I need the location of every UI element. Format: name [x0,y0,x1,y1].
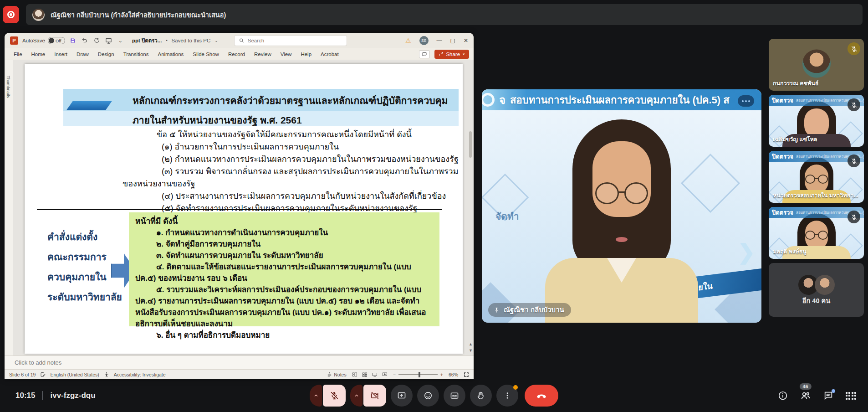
participant-tile[interactable]: อีก 40 คน [769,263,864,317]
mic-off-button[interactable] [323,385,346,407]
participants-button[interactable]: 46 [800,390,811,401]
autosave-toggle[interactable]: AutoSave Off [22,37,65,44]
mic-off-icon [330,391,339,400]
undo-icon[interactable] [81,37,89,45]
next-slide-button[interactable]: ▼ [469,348,473,353]
close-button[interactable]: ✕ [464,37,468,44]
saved-status[interactable]: Saved to this PC [172,38,211,43]
language-indicator[interactable]: English (United States) [50,372,99,377]
main-video-tile[interactable]: จัดทำ สอบภายใน ❯ จ สอบทานการประเมินผลการ… [482,89,761,323]
notes-bar[interactable]: Click to add notes [5,355,474,369]
notes-toggle[interactable]: Notes [327,372,346,377]
mic-options-button[interactable] [310,385,322,407]
ribbon-tab-record[interactable]: Record [224,52,250,57]
meeting-code: ivv-fzgz-dqu [50,391,95,400]
ribbon-tab-insert[interactable]: Insert [50,52,72,57]
camera-options-button[interactable] [350,385,363,407]
participant-avatar [802,50,831,78]
warning-icon[interactable]: ⚠ [405,37,411,44]
thumbnails-pane-label: Thumbnails [6,76,11,98]
participant-tile[interactable]: ปิดตรวจสอบทานการประเมินผลการควบคุมภายใน … [769,151,864,203]
zoom-slider-thumb[interactable] [419,372,420,377]
recording-indicator-button[interactable] [3,6,19,23]
ribbon-tab-help[interactable]: Help [296,52,316,57]
customize-qat-chevron-icon[interactable]: ⌄ [117,37,124,45]
meeting-details-button[interactable] [778,391,788,401]
file-name[interactable]: ppt ปิดตรว... [132,36,162,45]
slideshow-view-button[interactable] [382,372,388,377]
slide-sorter-view-button[interactable] [362,372,368,377]
ribbon-tab-animations[interactable]: Animations [153,52,188,57]
slide-workspace: Thumbnails หลักเกณฑ์กระทรวงการคลังว่าด้ว… [5,60,474,355]
search-input[interactable] [248,38,342,43]
search-icon [239,38,244,43]
zoom-in-button[interactable]: + [440,372,443,377]
activities-button[interactable] [846,392,857,400]
ribbon-tab-acrobat[interactable]: Acrobat [316,52,343,57]
powerpoint-logo-icon: P [10,36,18,45]
previous-slide-button[interactable]: ▲ [469,342,473,346]
save-icon[interactable] [69,37,77,45]
slide-divider-line [37,209,442,210]
apps-grid-icon [846,392,857,400]
minimize-button[interactable]: — [437,37,442,44]
titlebar-controls: ⚠ SS — ▢ ✕ [405,36,468,45]
tile-banner-text: ปิดตรวจ [772,152,793,161]
notes-icon [327,372,332,377]
call-controls [310,385,558,407]
ribbon-tab-slide-show[interactable]: Slide Show [188,52,224,57]
start-slideshow-icon[interactable] [105,37,112,45]
participant-tile[interactable]: กนกวรรณ คชพันธ์ [769,39,864,91]
search-box[interactable] [234,35,347,46]
slide-body-line: (๑) อำนวยการในการประเมินผลการควบคุมภายใน [123,141,447,153]
ribbon-tab-view[interactable]: View [276,52,296,57]
top-bar: ณัฐณิชา กลีบบัวบาน (กำลังใส่คำอธิบายประก… [0,0,868,29]
accessibility-label[interactable]: Accessibility: Investigate [114,372,166,377]
record-icon [7,11,15,18]
share-button[interactable]: Share ∨ [434,50,469,59]
presenter-name: ณัฐณิชา กลีบบัวบาน [504,304,564,315]
raise-hand-button[interactable] [470,385,492,407]
spellcheck-icon[interactable] [40,372,46,377]
autosave-toggle-pill[interactable]: Off [48,37,65,44]
participant-tile[interactable]: ปิดตรวจสอบทานการประเมินผลการควบคุมภายใน … [769,207,864,259]
powerpoint-window: P AutoSave Off ⌄ ppt ปิดตรว... • Saved t… [5,33,474,379]
normal-view-button[interactable] [352,372,357,377]
participant-name: มลฤดี พงษ์ธนู [773,247,807,256]
clock-time: 10:15 [15,391,35,400]
duty-item: ๒. จัดทำคู่มือการควบคุมภายใน [135,238,433,250]
captions-button[interactable] [444,385,465,407]
thumbnails-pane-collapsed[interactable]: Thumbnails [5,60,13,355]
muted-indicator [848,42,860,55]
zoom-level[interactable]: 66% [449,372,458,377]
ribbon-tab-design[interactable]: Design [93,52,119,57]
camera-off-button[interactable] [363,385,386,407]
chat-button[interactable] [823,391,833,401]
redo-refresh-icon[interactable] [93,37,101,45]
duty-item: ๓. จัดทำแผนการควบคุมภายใน ระดับมหาวิทยาล… [135,250,433,261]
ribbon-tab-transitions[interactable]: Transitions [119,52,153,57]
comments-icon[interactable] [419,50,430,58]
fit-to-window-icon[interactable] [464,372,469,377]
video-options-button[interactable] [738,95,754,107]
panel-controls: 46 [778,390,857,401]
ribbon-tab-draw[interactable]: Draw [72,52,93,57]
scrollbar-thumb[interactable] [469,131,472,158]
maximize-button[interactable]: ▢ [450,37,455,44]
slide-canvas[interactable]: หลักเกณฑ์กระทรวงการคลังว่าด้วยมาตรฐานและ… [25,64,463,354]
present-screen-button[interactable] [391,385,413,407]
reactions-smiley-icon [424,391,433,400]
slide-scrollbar[interactable] [468,63,473,335]
chevron-down-icon: ⌄ [214,38,218,43]
account-badge[interactable]: SS [419,36,429,45]
zoom-slider[interactable] [398,374,438,375]
zoom-out-button[interactable]: − [393,372,396,377]
reactions-button[interactable] [417,385,439,407]
ribbon-tab-review[interactable]: Review [250,52,276,57]
reading-view-button[interactable] [372,372,378,377]
ribbon-tab-home[interactable]: Home [27,52,50,57]
more-options-button[interactable] [496,385,518,407]
end-call-button[interactable] [525,385,558,407]
participant-tile[interactable]: ปิดตรวจสอบทานการประเมินผลการควบคุมภายใน … [769,95,864,147]
ribbon-tab-file[interactable]: File [9,52,27,57]
